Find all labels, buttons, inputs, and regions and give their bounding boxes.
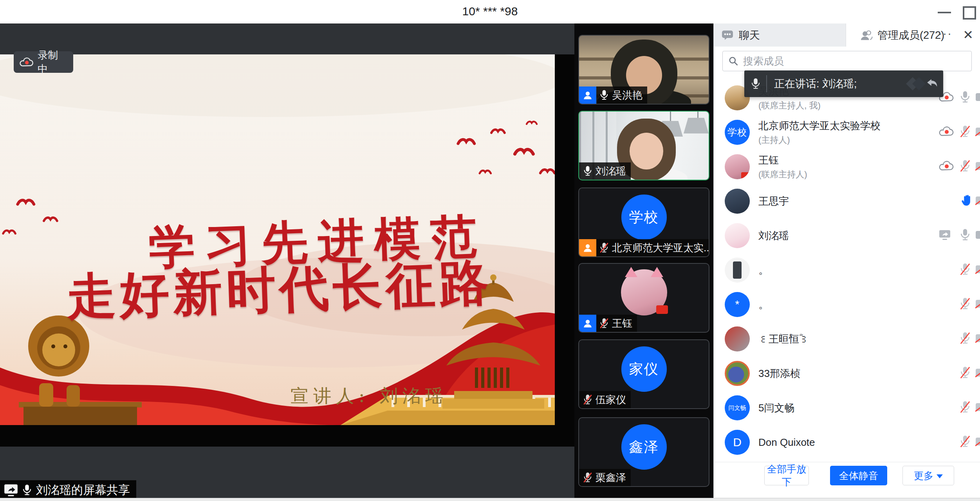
- avatar: 学校: [621, 195, 667, 240]
- tab-chat[interactable]: 聊天: [714, 23, 846, 47]
- speaking-toast: 正在讲话: 刘洺瑶;: [744, 70, 943, 97]
- avatar: *: [725, 292, 750, 317]
- member-name: 33邢添桢: [758, 367, 800, 380]
- avatar: 鑫泽: [621, 424, 667, 470]
- camera-muted-icon[interactable]: [975, 160, 980, 173]
- more-button[interactable]: 更多: [902, 466, 954, 485]
- video-tile-school[interactable]: 学校 北京师范大学亚太实...: [578, 187, 709, 257]
- chat-bubble-icon: [722, 30, 733, 41]
- member-name: 5闫文畅: [758, 401, 794, 415]
- window-bottom-strip: [0, 498, 980, 501]
- minimize-button[interactable]: [931, 0, 958, 23]
- panel-tab-strip: 聊天 管理成员(272) ··· ✕: [714, 23, 980, 47]
- video-tile-lixinze[interactable]: 鑫泽 栗鑫泽: [578, 417, 709, 487]
- member-name: 北京师范大学亚太实验学校: [758, 119, 881, 133]
- video-tile-liumingyao[interactable]: 刘洺瑶: [578, 111, 709, 180]
- avatar: [725, 258, 750, 283]
- share-banner-text: 刘洺瑶的屏幕共享: [36, 482, 130, 498]
- search-input[interactable]: [742, 55, 966, 68]
- mic-muted-icon[interactable]: [960, 435, 971, 450]
- member-row[interactable]: 。: [714, 253, 980, 287]
- camera-icon[interactable]: [975, 92, 980, 104]
- member-row[interactable]: 王钰 (联席主持人): [714, 150, 980, 184]
- tab-members-label: 管理成员(272): [877, 28, 944, 42]
- screen-share-area: 学习先进模范 走好新时代长征路 宣讲人: 刘洺瑶 录制中: [0, 23, 574, 498]
- maximize-button[interactable]: [955, 0, 980, 23]
- video-tile-wangyu[interactable]: 王钰: [578, 263, 709, 333]
- member-row[interactable]: 闫文畅 5闫文畅: [714, 391, 980, 425]
- member-row[interactable]: ꒰王ؓ晅ؓ恒ؓ꒱: [714, 322, 980, 356]
- camera-muted-icon[interactable]: [975, 264, 980, 276]
- mic-muted-icon[interactable]: [960, 297, 971, 312]
- avatar: D: [725, 430, 750, 455]
- tile-name: 栗鑫泽: [596, 471, 626, 485]
- member-role: (联席主持人): [758, 169, 807, 180]
- mic-muted-icon: [599, 242, 609, 254]
- avatar: 闫文畅: [725, 395, 750, 420]
- tab-manage-members[interactable]: 管理成员(272): [846, 23, 980, 47]
- mic-muted-icon[interactable]: [960, 400, 971, 415]
- search-icon: [728, 56, 738, 66]
- cloud-record-icon: [19, 57, 34, 68]
- member-row[interactable]: D Don Quixote: [714, 425, 980, 460]
- member-badge-icon: [579, 87, 596, 104]
- cloud-record-icon: [938, 160, 954, 173]
- title-bar: 10* *** *98: [0, 0, 980, 23]
- tile-label: 栗鑫泽: [579, 469, 631, 486]
- member-search: [722, 51, 972, 71]
- member-row[interactable]: 王思宇: [714, 184, 980, 218]
- member-badge-icon: [579, 315, 596, 332]
- camera-muted-icon[interactable]: [975, 367, 980, 380]
- video-thumbnail-column: 吴洪艳 刘洺瑶: [574, 23, 713, 498]
- member-badge-icon: [579, 239, 596, 256]
- member-name: 刘洺瑶: [758, 229, 789, 243]
- mute-all-button[interactable]: 全体静音: [830, 466, 887, 485]
- mic-on-icon: [599, 89, 609, 101]
- camera-muted-icon[interactable]: [975, 126, 980, 139]
- camera-muted-icon[interactable]: [975, 333, 980, 345]
- camera-icon[interactable]: [975, 229, 980, 242]
- member-row[interactable]: * 。: [714, 287, 980, 322]
- lower-all-hands-button[interactable]: 全部手放下: [764, 466, 809, 485]
- tab-chat-label: 聊天: [739, 28, 760, 42]
- panel-menu-button[interactable]: ···: [938, 27, 952, 40]
- camera-muted-icon[interactable]: [975, 402, 980, 414]
- panel-footer: 全部手放下 全体静音 更多: [714, 466, 980, 486]
- mic-on-icon[interactable]: [960, 228, 971, 243]
- recording-badge[interactable]: 录制中: [14, 51, 73, 73]
- member-row[interactable]: 学校 北京师范大学亚太实验学校 (主持人): [714, 115, 980, 150]
- raised-hand-icon[interactable]: [960, 193, 974, 209]
- video-tile-wujiayi[interactable]: 家仪 伍家仪: [578, 339, 709, 409]
- camera-muted-icon[interactable]: [975, 298, 980, 311]
- member-row[interactable]: 33邢添桢: [714, 356, 980, 391]
- tile-name: 吴洪艳: [612, 88, 643, 102]
- tile-label: 吴洪艳: [579, 87, 647, 104]
- member-name: 王思宇: [758, 195, 789, 208]
- mic-muted-icon[interactable]: [960, 263, 971, 278]
- speaking-toast-text: 正在讲话: 刘洺瑶;: [774, 77, 857, 91]
- member-row[interactable]: 刘洺瑶: [714, 218, 980, 253]
- tile-label: 王钰: [579, 315, 637, 332]
- mic-muted-icon[interactable]: [960, 159, 971, 174]
- avatar: [725, 223, 750, 248]
- mic-on-icon[interactable]: [960, 90, 971, 105]
- recording-label: 录制中: [38, 49, 68, 76]
- mic-muted-icon[interactable]: [960, 366, 971, 381]
- mic-on-icon: [751, 77, 761, 90]
- member-name: 王钰: [758, 153, 807, 167]
- tile-name: 伍家仪: [596, 393, 626, 407]
- video-tile-wuhongyan[interactable]: 吴洪艳: [578, 35, 709, 105]
- tile-label: 伍家仪: [579, 391, 631, 408]
- tile-name: 王钰: [612, 317, 632, 330]
- footer-divider: [714, 462, 980, 462]
- camera-muted-icon[interactable]: [975, 436, 980, 449]
- member-role: (主持人): [758, 134, 881, 146]
- camera-muted-icon[interactable]: [975, 195, 980, 207]
- mic-muted-icon[interactable]: [960, 125, 971, 140]
- member-name: 。: [758, 298, 769, 312]
- meeting-title: 10* *** *98: [0, 5, 980, 18]
- mic-muted-icon[interactable]: [960, 332, 971, 346]
- avatar: [621, 269, 667, 315]
- mic-muted-icon: [583, 394, 592, 405]
- close-panel-button[interactable]: ✕: [963, 27, 973, 42]
